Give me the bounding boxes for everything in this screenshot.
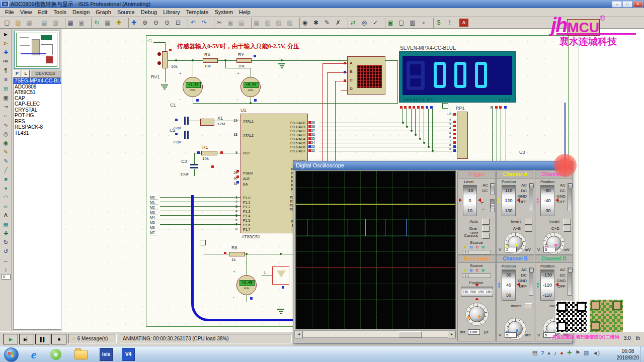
trigger-source-slider[interactable] <box>462 250 491 254</box>
tray-icon[interactable]: ● <box>560 350 564 356</box>
system-tray: ▤?▴♪●✚⚑▥◄) <box>532 349 600 356</box>
message-indicator[interactable]: ⚠ 6 Message(s) <box>68 334 117 343</box>
seven-segment-display[interactable]: ABCDEFG DP 1234 <box>399 51 516 103</box>
channel-d-position[interactable]: -130-120-110 <box>540 269 554 301</box>
channel-c-combine-button[interactable] <box>564 226 571 232</box>
voltmeter-1[interactable]: +1.10 Volts <box>183 77 203 97</box>
pin-state-indicator <box>453 149 456 152</box>
keil-taskbar-icon[interactable]: V4 <box>121 348 136 361</box>
tray-icon[interactable]: ? <box>541 350 544 356</box>
tray-icon[interactable]: ♪ <box>554 350 557 356</box>
sim-control-button[interactable]: ■ <box>51 334 66 344</box>
warning-icon: ⚠ <box>71 336 76 341</box>
potentiometer-rv1[interactable] <box>162 51 168 68</box>
sim-control-button[interactable]: ▶ <box>3 334 18 344</box>
wire-segment <box>341 90 347 90</box>
wire-segment <box>165 68 166 82</box>
pin-state-indicator <box>175 119 178 121</box>
junction-dot <box>281 59 283 61</box>
channel-a-gain-value[interactable]: 2 <box>505 247 517 252</box>
channel-c-panel: Channel C Position ▲▼ -50-40-30 ACDCGNDO… <box>535 170 573 255</box>
wire-segment <box>497 109 497 166</box>
scope-trace-spike <box>365 219 366 236</box>
channel-b-coupling-slider[interactable] <box>529 267 533 296</box>
channel-b-gain-value[interactable]: 5 <box>505 332 517 338</box>
ie-taskbar-icon[interactable]: e <box>26 348 41 361</box>
timebase-value[interactable]: 10m <box>468 329 480 335</box>
channel-c-coupling-slider[interactable] <box>568 183 572 211</box>
trigger-edge-slider[interactable] <box>490 199 495 212</box>
channel-c-position[interactable]: -50-40-30 <box>540 185 554 216</box>
voltmeter-3-reading: +2.49 <box>239 280 255 286</box>
voltmeter-2-reading: +0.55 <box>244 82 259 88</box>
channel-a-invert-button[interactable] <box>525 219 532 225</box>
browser-green-taskbar-icon[interactable]: e <box>48 348 63 361</box>
wire-segment <box>193 60 193 77</box>
voltmeter-2[interactable]: +0.55 Volts <box>240 77 261 97</box>
channel-d-coupling-slider[interactable] <box>568 267 572 296</box>
pin-state-indicator <box>413 106 415 109</box>
pin-state-indicator <box>504 106 507 109</box>
wire-segment <box>251 68 251 77</box>
tray-icon[interactable]: ⚑ <box>575 349 580 356</box>
taskbar-clock[interactable]: 16:08 2018/8/20 <box>617 348 639 361</box>
resistor-ry[interactable] <box>236 58 252 63</box>
respack-rp1[interactable] <box>457 112 468 159</box>
explorer-taskbar-icon[interactable] <box>73 348 89 361</box>
resistor-rx[interactable] <box>203 58 218 63</box>
tl431-regulator[interactable] <box>272 266 289 285</box>
show-desktop-button[interactable] <box>640 346 644 362</box>
timebase-knob[interactable] <box>465 303 489 326</box>
tray-icon[interactable]: ✚ <box>567 349 572 356</box>
junction-dot <box>175 59 177 61</box>
tray-icon[interactable]: ◄) <box>592 350 600 356</box>
trigger-level-display[interactable]: -10010 <box>463 185 477 216</box>
channel-a-position[interactable]: 110120130 <box>502 185 516 216</box>
trigger-button[interactable] <box>482 233 490 239</box>
channel-a-coupling-slider[interactable] <box>529 183 533 211</box>
sim-control-button[interactable]: ▶▏ <box>19 334 34 344</box>
seven-seg-digit <box>475 62 487 88</box>
voltmeter-3[interactable]: +2.49 Volts <box>236 275 257 295</box>
scope-h-scrollbar[interactable]: ◄ ► <box>294 330 456 338</box>
wire-segment <box>319 151 457 151</box>
scope-trace-spike <box>426 219 426 236</box>
scope-trace-a <box>296 204 455 205</box>
junction-dot <box>224 59 226 61</box>
qr-caption: 高清完整版 请扫微信或QQ二维码 <box>552 334 627 340</box>
channel-b-invert-button[interactable] <box>525 303 532 309</box>
scroll-left-arrow[interactable]: ◄ <box>295 331 303 338</box>
matrix-display[interactable]: ABCD <box>347 56 385 95</box>
trigger-button[interactable] <box>482 219 490 225</box>
wire-segment <box>432 109 433 151</box>
tray-icon[interactable]: ▴ <box>547 349 550 356</box>
channel-c-gain-value[interactable]: 5 <box>543 247 555 252</box>
trigger-button[interactable] <box>482 226 490 232</box>
resistor-r8[interactable] <box>229 252 245 256</box>
horizontal-source-slider[interactable] <box>462 274 491 278</box>
channel-a-combine-button[interactable] <box>525 226 532 232</box>
ry-ref: RY <box>238 52 244 57</box>
trigger-coupling-slider[interactable] <box>490 183 495 195</box>
wire-segment <box>194 153 195 164</box>
u1-ref: U1 <box>240 108 247 113</box>
tray-icon[interactable]: ▤ <box>532 349 537 356</box>
scope-trace-spike <box>348 219 348 236</box>
wire-segment <box>189 121 200 121</box>
start-button[interactable] <box>4 347 19 362</box>
resistor-r1[interactable] <box>201 151 217 155</box>
sim-control-button[interactable]: ▌▌ <box>35 334 50 344</box>
scroll-right-arrow[interactable]: ► <box>448 331 456 338</box>
wire-segment <box>319 139 457 139</box>
isis-taskbar-icon[interactable]: isis <box>99 348 114 361</box>
tray-icon[interactable]: ▥ <box>584 349 589 356</box>
trigger-panel: Trigger Level -10010 ACDC ⌐ ⌐ Auto One-S… <box>457 170 496 255</box>
crystal-x1[interactable] <box>200 119 214 126</box>
horizontal-position-display[interactable]: 210200190180 <box>461 287 493 297</box>
junction-dot <box>402 122 404 124</box>
channel-c-invert-button[interactable] <box>564 219 571 225</box>
channel-b-position[interactable]: 304050 <box>502 269 516 301</box>
matrix-grid <box>357 65 382 88</box>
scroll-thumb[interactable] <box>398 331 422 338</box>
oscilloscope-title-bar[interactable]: Digital Oscilloscope <box>293 161 572 170</box>
